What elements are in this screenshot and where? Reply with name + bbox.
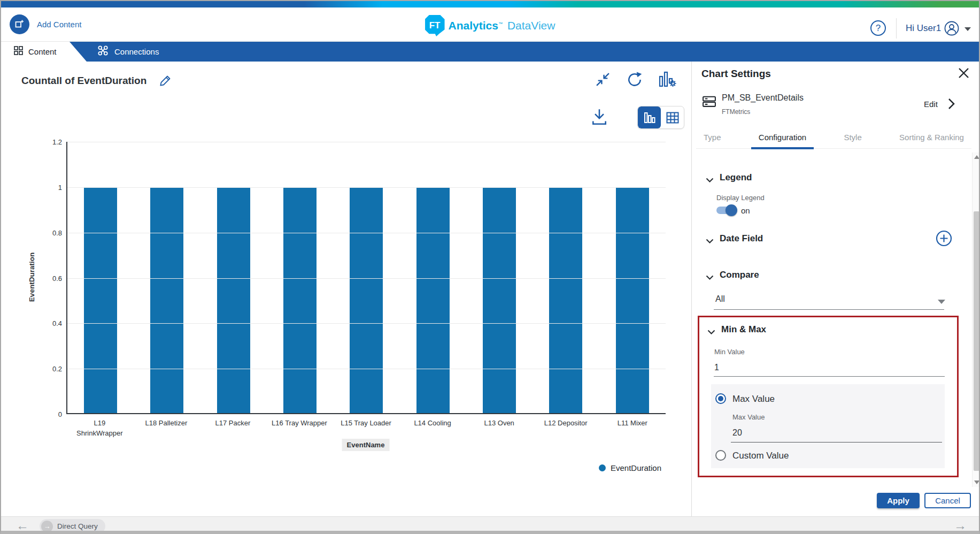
settings-tab-type[interactable]: Type — [696, 126, 729, 149]
bar[interactable] — [350, 187, 383, 414]
query-mode-badge: → Direct Query — [40, 519, 105, 533]
add-content-label: Add Content — [37, 20, 81, 29]
chevron-down-icon[interactable] — [706, 237, 714, 246]
custom-value-radio[interactable] — [715, 450, 726, 461]
apply-button[interactable]: Apply — [877, 493, 920, 508]
scroll-up-icon[interactable] — [974, 155, 979, 159]
x-tick-label: L18 Palletizer — [133, 418, 200, 439]
chevron-down-icon[interactable] — [707, 327, 715, 337]
data-source-name: PM_SB_EventDetails — [722, 93, 804, 103]
x-tick-label: L19 ShrinkWrapper — [66, 418, 133, 439]
view-toggle-group — [637, 106, 684, 129]
forward-arrow-icon[interactable]: → — [954, 518, 967, 533]
bar[interactable] — [217, 187, 250, 414]
tab-connections[interactable]: Connections — [88, 42, 168, 62]
toggle-state-text: on — [741, 206, 750, 215]
data-source-subtitle: FTMetrics — [722, 108, 750, 116]
display-legend-label: Display Legend — [716, 194, 765, 202]
bar-cell — [466, 142, 533, 413]
max-value-radio[interactable] — [715, 393, 726, 404]
dataset-icon — [702, 94, 716, 111]
x-axis-title-badge: EventName — [342, 439, 390, 451]
query-mode-label: Direct Query — [57, 522, 98, 530]
scrollbar-thumb[interactable] — [974, 211, 979, 471]
bar[interactable] — [616, 187, 649, 414]
x-tick-label: L11 Mixer — [599, 418, 666, 439]
scroll-down-icon[interactable] — [974, 480, 979, 484]
min-value-underline — [714, 376, 945, 377]
bar-cell — [267, 142, 333, 413]
bar[interactable] — [549, 187, 582, 414]
cancel-button[interactable]: Cancel — [924, 493, 971, 508]
y-axis-ticks: 00.20.40.60.811.2 — [1, 142, 62, 414]
bar[interactable] — [150, 187, 183, 414]
bar-cell — [67, 142, 134, 413]
bar[interactable] — [84, 187, 117, 414]
y-tick-label: 0.2 — [52, 365, 62, 373]
user-avatar-icon[interactable] — [944, 21, 959, 38]
edit-title-icon[interactable] — [159, 74, 172, 89]
add-date-field-icon[interactable] — [936, 230, 952, 249]
y-tick-label: 0.4 — [52, 319, 62, 327]
settings-tab-bar: TypeConfigurationStyleSorting & Ranking — [696, 126, 971, 149]
gridline — [67, 187, 666, 188]
legend-section-title: Legend — [720, 172, 752, 183]
chart-settings-icon[interactable] — [659, 71, 677, 90]
y-tick-label: 1 — [58, 183, 62, 191]
y-tick-label: 0 — [58, 410, 62, 418]
app-window: Add Content FT Analytics™ DataView ? Hi … — [0, 0, 980, 534]
app-logo: FT Analytics™ DataView — [425, 15, 555, 36]
download-icon[interactable] — [591, 108, 607, 128]
close-icon[interactable] — [958, 67, 969, 81]
display-legend-toggle[interactable] — [716, 207, 737, 214]
panel-title: Chart Settings — [701, 68, 771, 80]
dropdown-caret-icon[interactable] — [938, 300, 945, 304]
add-content-button[interactable]: Add Content — [10, 14, 81, 34]
min-value-input[interactable]: 1 — [714, 363, 719, 372]
back-arrow-icon[interactable]: ← — [16, 518, 29, 533]
tab-content[interactable]: Content — [1, 42, 87, 62]
gridline — [67, 323, 666, 324]
settings-tab-sorting-ranking[interactable]: Sorting & Ranking — [892, 126, 971, 149]
settings-tab-style[interactable]: Style — [836, 126, 869, 149]
tab-connections-label: Connections — [114, 47, 159, 56]
max-value-field-label: Max Value — [732, 413, 765, 421]
query-arrow-icon: → — [41, 521, 53, 532]
bar-view-button[interactable] — [638, 106, 661, 128]
chevron-right-icon[interactable] — [947, 98, 956, 112]
x-tick-label: L16 Tray Wrapper — [266, 418, 333, 439]
y-tick-label: 1.2 — [52, 138, 62, 146]
edit-source-link[interactable]: Edit — [924, 100, 938, 109]
bar-cell — [599, 142, 666, 413]
x-tick-label: L17 Packer — [199, 418, 266, 439]
y-tick-label: 0.8 — [52, 228, 62, 237]
minmax-section-title: Min & Max — [721, 324, 766, 335]
chevron-down-icon[interactable] — [706, 176, 714, 185]
y-tick-label: 0.6 — [52, 274, 62, 282]
legend-marker-dot — [599, 464, 606, 471]
table-view-button[interactable] — [661, 106, 684, 128]
gridline — [67, 369, 666, 369]
bar[interactable] — [483, 187, 516, 414]
status-bar: ← → Direct Query → — [1, 516, 979, 534]
bar[interactable] — [416, 187, 450, 414]
max-value-underline — [731, 442, 942, 443]
collapse-icon[interactable] — [596, 72, 610, 89]
grid-icon — [14, 46, 23, 57]
x-tick-label: L15 Tray Loader — [333, 418, 399, 439]
x-tick-label: L14 Cooling — [399, 418, 466, 439]
max-value-input[interactable]: 20 — [732, 428, 742, 438]
settings-tab-configuration[interactable]: Configuration — [751, 126, 814, 149]
compare-dropdown-value[interactable]: All — [715, 294, 725, 304]
panel-scrollbar[interactable] — [972, 152, 980, 487]
logo-product-text: DataView — [507, 19, 555, 32]
bar-cell — [134, 142, 200, 413]
help-icon[interactable]: ? — [870, 20, 886, 36]
bar[interactable] — [283, 187, 317, 414]
user-menu-caret-icon[interactable] — [964, 27, 971, 31]
add-content-icon — [10, 14, 29, 34]
chevron-down-icon[interactable] — [706, 273, 714, 283]
refresh-icon[interactable] — [626, 71, 643, 90]
x-axis-labels: L19 ShrinkWrapperL18 PalletizerL17 Packe… — [66, 418, 666, 439]
gridline — [67, 278, 666, 279]
